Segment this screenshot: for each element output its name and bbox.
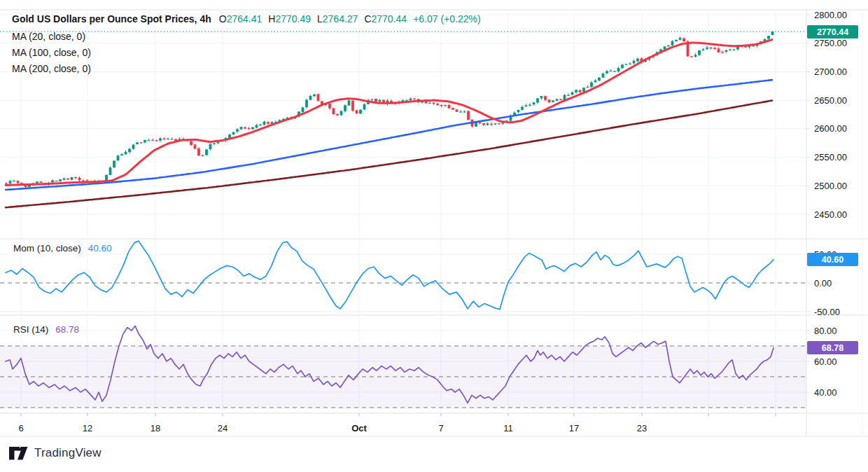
- ma-100-line: [6, 80, 772, 190]
- tradingview-glyph-icon: [9, 447, 28, 460]
- rsi-band: [0, 346, 806, 408]
- ma-legend: MA (20, close, 0) MA (100, close, 0) MA …: [12, 29, 91, 77]
- ma-20-legend[interactable]: MA (20, close, 0): [12, 29, 91, 45]
- chart-canvas[interactable]: 2800.002750.002700.002650.002600.002550.…: [0, 0, 868, 472]
- ohlc-high: H2770.49: [268, 13, 311, 25]
- momentum-legend-value: 40.60: [88, 243, 112, 254]
- momentum-line: [6, 241, 774, 310]
- ohlc-open: O2764.41: [219, 13, 262, 25]
- time-axis[interactable]: [0, 414, 806, 436]
- ma-200-legend[interactable]: MA (200, close, 0): [12, 61, 91, 77]
- ma-200-line: [6, 101, 772, 208]
- rsi-legend-value: 68.78: [55, 324, 79, 335]
- tradingview-logo-text: TradingView: [34, 446, 102, 460]
- momentum-legend-label: Mom (10, close): [13, 243, 81, 254]
- rsi-value-badge: 68.78: [807, 341, 858, 354]
- ohlc-close: C2770.44: [364, 13, 407, 25]
- symbol-title: Gold US Dollars per Ounce Spot Prices, 4…: [12, 13, 211, 25]
- ohlc-low: L2764.27: [317, 13, 358, 25]
- ma-100-legend[interactable]: MA (100, close, 0): [12, 45, 91, 61]
- chart-header[interactable]: Gold US Dollars per Ounce Spot Prices, 4…: [12, 13, 481, 25]
- momentum-value-badge: 40.60: [807, 253, 858, 266]
- tradingview-logo[interactable]: TradingView: [9, 446, 102, 460]
- last-price-badge: 2770.44: [807, 25, 858, 39]
- rsi-legend-label: RSI (14): [13, 324, 48, 335]
- chart-container: 2800.002750.002700.002650.002600.002550.…: [0, 0, 868, 472]
- change-value: +6.07 (+0.22%): [413, 13, 481, 25]
- rsi-legend[interactable]: RSI (14)68.78: [13, 324, 79, 335]
- momentum-legend[interactable]: Mom (10, close)40.60: [13, 243, 112, 254]
